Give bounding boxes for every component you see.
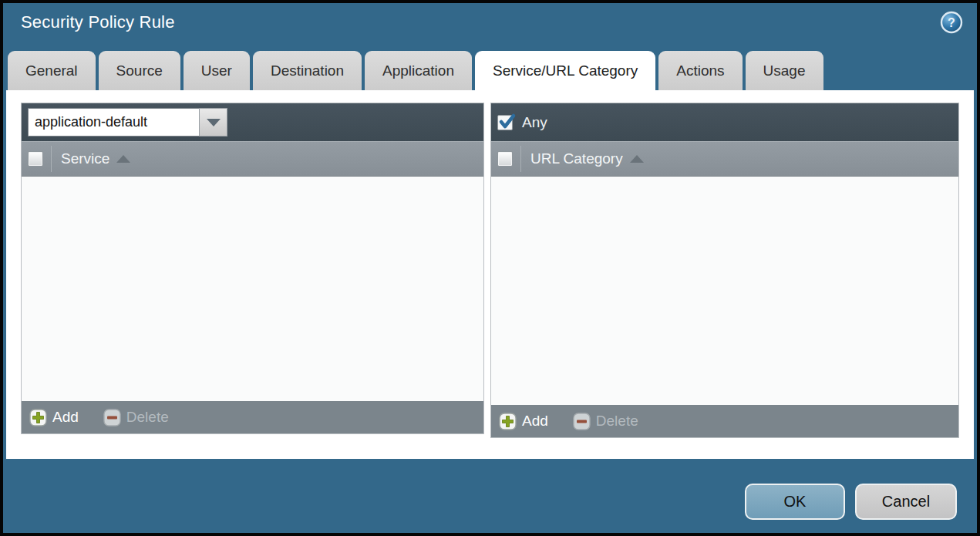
service-delete-button[interactable]: Delete	[103, 409, 169, 426]
tab-service-url-category[interactable]: Service/URL Category	[475, 51, 655, 90]
url-category-column-header[interactable]: URL Category	[530, 150, 623, 167]
service-type-combobox	[28, 108, 227, 137]
column-separator	[51, 146, 52, 172]
url-category-add-button[interactable]: Add	[499, 413, 548, 430]
add-label: Add	[522, 413, 548, 430]
svg-text:?: ?	[948, 16, 955, 29]
ok-button[interactable]: OK	[745, 484, 845, 520]
service-select-all-checkbox[interactable]	[28, 151, 43, 167]
tab-user[interactable]: User	[184, 51, 250, 90]
dialog-action-buttons: OK Cancel	[745, 484, 957, 520]
sort-ascending-icon	[630, 155, 644, 163]
tab-usage[interactable]: Usage	[746, 51, 823, 90]
url-category-footer-bar: Add Delete	[491, 405, 958, 437]
help-icon[interactable]: ?	[940, 11, 963, 34]
tab-general[interactable]: General	[8, 51, 96, 90]
sort-ascending-icon	[116, 155, 130, 163]
service-list	[22, 177, 483, 401]
url-category-panel: Any URL Category Add	[490, 103, 959, 438]
tab-source[interactable]: Source	[99, 51, 180, 90]
check-mark-icon	[497, 113, 517, 133]
url-category-list	[491, 177, 958, 405]
tab-actions[interactable]: Actions	[658, 51, 742, 90]
cancel-button[interactable]: Cancel	[855, 484, 957, 520]
service-type-input[interactable]	[28, 108, 199, 137]
delete-icon	[103, 409, 121, 426]
service-column-header-row: Service	[22, 141, 483, 177]
service-panel: Service Add Delete	[21, 103, 484, 434]
tab-application[interactable]: Application	[365, 51, 472, 90]
any-checkbox[interactable]	[497, 115, 513, 130]
delete-label: Delete	[596, 413, 638, 430]
tab-destination[interactable]: Destination	[253, 51, 362, 90]
url-category-select-all-checkbox[interactable]	[497, 151, 513, 167]
add-label: Add	[52, 409, 79, 426]
delete-icon	[573, 413, 591, 430]
service-toolbar	[22, 103, 483, 141]
service-add-button[interactable]: Add	[29, 409, 79, 426]
url-category-delete-button[interactable]: Delete	[573, 413, 638, 430]
url-category-column-header-row: URL Category	[491, 141, 958, 177]
url-category-toolbar: Any	[491, 103, 958, 141]
delete-label: Delete	[126, 409, 169, 426]
chevron-down-icon	[207, 119, 221, 126]
any-label: Any	[522, 114, 547, 131]
column-separator	[520, 146, 521, 172]
service-type-dropdown-button[interactable]	[199, 108, 227, 137]
service-column-header[interactable]: Service	[61, 150, 109, 167]
dialog-title: Security Policy Rule	[21, 12, 175, 32]
tab-bar: General Source User Destination Applicat…	[8, 51, 823, 90]
service-footer-bar: Add Delete	[22, 401, 483, 433]
tab-content: Service Add Delete	[6, 90, 974, 459]
add-icon	[29, 409, 47, 426]
add-icon	[499, 413, 517, 430]
security-policy-rule-dialog: Security Policy Rule ? General Source Us…	[0, 0, 980, 536]
